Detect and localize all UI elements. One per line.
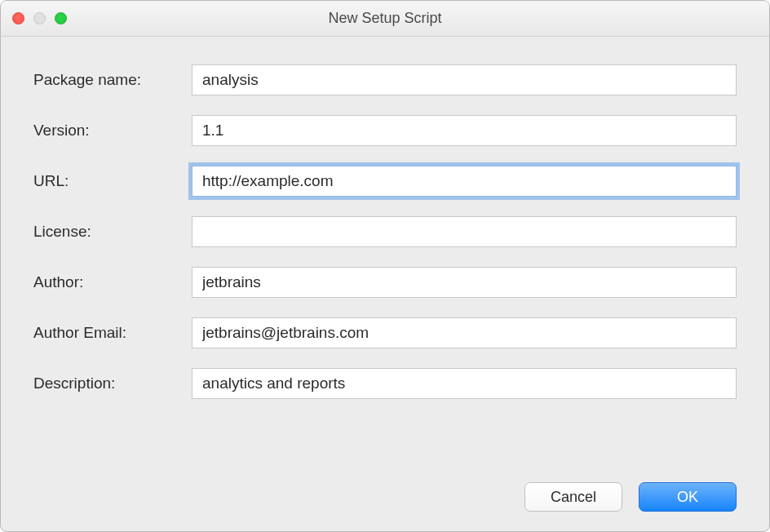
- author-input[interactable]: [192, 267, 737, 298]
- package-name-label: Package name:: [33, 71, 188, 89]
- form: Package name: Version: URL: License: Aut…: [33, 64, 737, 399]
- author-email-input[interactable]: [192, 317, 737, 348]
- description-input[interactable]: [192, 368, 737, 399]
- cancel-button[interactable]: Cancel: [524, 482, 622, 512]
- window-controls: [12, 12, 67, 24]
- author-email-label: Author Email:: [33, 324, 188, 342]
- close-window-button[interactable]: [12, 12, 24, 24]
- version-input[interactable]: [192, 115, 737, 146]
- version-label: Version:: [33, 122, 188, 140]
- minimize-window-button[interactable]: [33, 12, 46, 24]
- maximize-window-button[interactable]: [55, 12, 67, 24]
- window-title: New Setup Script: [328, 10, 441, 27]
- author-label: Author:: [33, 273, 188, 291]
- license-label: License:: [33, 223, 188, 241]
- url-input[interactable]: [192, 166, 737, 197]
- url-label: URL:: [33, 172, 188, 190]
- titlebar: New Setup Script: [1, 1, 769, 37]
- dialog-window: New Setup Script Package name: Version: …: [0, 0, 770, 532]
- button-row: Cancel OK: [33, 458, 737, 512]
- dialog-content: Package name: Version: URL: License: Aut…: [1, 37, 769, 531]
- package-name-input[interactable]: [192, 64, 737, 95]
- ok-button[interactable]: OK: [639, 482, 737, 512]
- description-label: Description:: [33, 375, 188, 392]
- license-input[interactable]: [192, 216, 737, 247]
